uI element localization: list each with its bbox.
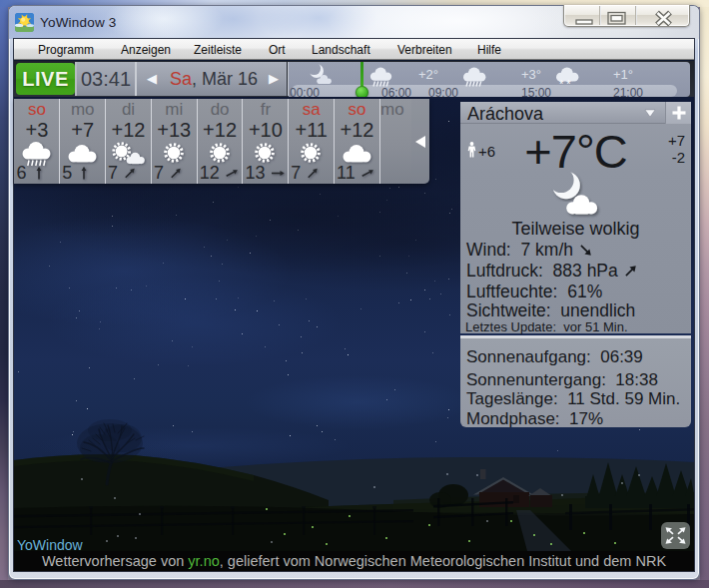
svg-text:* *: * *: [559, 78, 571, 90]
